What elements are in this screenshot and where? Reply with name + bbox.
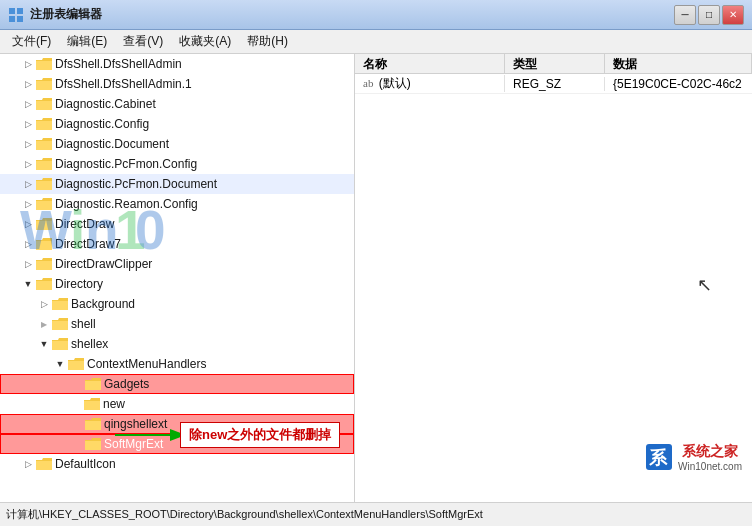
folder-icon bbox=[36, 257, 52, 271]
col-name: 名称 bbox=[355, 54, 505, 73]
tree-item-dfsshell2[interactable]: ▷ DfsShell.DfsShellAdmin.1 bbox=[0, 74, 354, 94]
tree-scroll[interactable]: ▷ DfsShell.DfsShellAdmin ▷ DfsShell.DfsS… bbox=[0, 54, 354, 502]
expand-icon bbox=[69, 436, 85, 452]
tree-item-label: Diagnostic.PcFmon.Document bbox=[55, 177, 217, 191]
expand-icon: ▼ bbox=[36, 336, 52, 352]
tree-item-label: DfsShell.DfsShellAdmin.1 bbox=[55, 77, 192, 91]
menu-favorites[interactable]: 收藏夹(A) bbox=[171, 31, 239, 52]
folder-icon bbox=[36, 197, 52, 211]
svg-rect-2 bbox=[9, 16, 15, 22]
expand-icon: ▷ bbox=[20, 456, 36, 472]
tree-item-directory[interactable]: ▼ Directory bbox=[0, 274, 354, 294]
folder-icon bbox=[36, 157, 52, 171]
tree-panel: ▷ DfsShell.DfsShellAdmin ▷ DfsShell.DfsS… bbox=[0, 54, 355, 502]
tree-item-diag4[interactable]: ▷ Diagnostic.PcFmon.Config bbox=[0, 154, 354, 174]
expand-icon bbox=[69, 376, 85, 392]
tree-item-directdraw1[interactable]: ▷ DirectDraw bbox=[0, 214, 354, 234]
folder-icon bbox=[52, 317, 68, 331]
menu-help[interactable]: 帮助(H) bbox=[239, 31, 296, 52]
tree-item-diag3[interactable]: ▷ Diagnostic.Document bbox=[0, 134, 354, 154]
tree-item-gadgets[interactable]: Gadgets bbox=[0, 374, 354, 394]
folder-icon bbox=[84, 397, 100, 411]
tree-item-label: new bbox=[103, 397, 125, 411]
tree-item-label: DfsShell.DfsShellAdmin bbox=[55, 57, 182, 71]
folder-icon bbox=[36, 217, 52, 231]
tree-item-defaulticon[interactable]: ▷ DefaultIcon bbox=[0, 454, 354, 474]
tree-item-label: shellex bbox=[71, 337, 108, 351]
tree-item-diag2[interactable]: ▷ Diagnostic.Config bbox=[0, 114, 354, 134]
status-bar: 计算机\HKEY_CLASSES_ROOT\Directory\Backgrou… bbox=[0, 502, 752, 526]
tree-item-label: Diagnostic.PcFmon.Config bbox=[55, 157, 197, 171]
folder-open-icon bbox=[36, 277, 52, 291]
tree-item-qingshellext[interactable]: qingshellext bbox=[0, 414, 354, 434]
tree-item-directdraw2[interactable]: ▷ DirectDraw7 bbox=[0, 234, 354, 254]
minimize-button[interactable]: ─ bbox=[674, 5, 696, 25]
tree-item-shell[interactable]: ▶ shell bbox=[0, 314, 354, 334]
tree-item-dfsshell1[interactable]: ▷ DfsShell.DfsShellAdmin bbox=[0, 54, 354, 74]
folder-icon bbox=[85, 377, 101, 391]
restore-button[interactable]: □ bbox=[698, 5, 720, 25]
expand-icon: ▷ bbox=[20, 96, 36, 112]
expand-icon: ▼ bbox=[52, 356, 68, 372]
tree-item-directdrawclipper[interactable]: ▷ DirectDrawClipper bbox=[0, 254, 354, 274]
folder-icon bbox=[36, 57, 52, 71]
folder-icon bbox=[36, 137, 52, 151]
tree-item-diag1[interactable]: ▷ Diagnostic.Cabinet bbox=[0, 94, 354, 114]
tree-item-diag5[interactable]: ▷ Diagnostic.PcFmon.Document bbox=[0, 174, 354, 194]
folder-open-icon bbox=[52, 337, 68, 351]
status-text: 计算机\HKEY_CLASSES_ROOT\Directory\Backgrou… bbox=[6, 507, 483, 522]
tree-item-new[interactable]: new bbox=[0, 394, 354, 414]
tree-item-label: SoftMgrExt bbox=[104, 437, 163, 451]
app-icon bbox=[8, 7, 24, 23]
folder-icon bbox=[36, 237, 52, 251]
tree-item-label: DirectDrawClipper bbox=[55, 257, 152, 271]
svg-rect-0 bbox=[9, 8, 15, 14]
expand-icon bbox=[68, 396, 84, 412]
cell-type: REG_SZ bbox=[505, 77, 605, 91]
main-content: ▷ DfsShell.DfsShellAdmin ▷ DfsShell.DfsS… bbox=[0, 54, 752, 502]
cell-name-text: (默认) bbox=[379, 76, 411, 90]
folder-icon bbox=[52, 297, 68, 311]
expand-icon bbox=[69, 416, 85, 432]
tree-item-label: Diagnostic.Config bbox=[55, 117, 149, 131]
expand-icon: ▷ bbox=[36, 296, 52, 312]
menu-view[interactable]: 查看(V) bbox=[115, 31, 171, 52]
expand-icon: ▷ bbox=[20, 196, 36, 212]
close-button[interactable]: ✕ bbox=[722, 5, 744, 25]
tree-item-label: Background bbox=[71, 297, 135, 311]
expand-icon: ▼ bbox=[20, 276, 36, 292]
menu-edit[interactable]: 编辑(E) bbox=[59, 31, 115, 52]
tree-item-label: Gadgets bbox=[104, 377, 149, 391]
folder-icon bbox=[36, 177, 52, 191]
svg-rect-1 bbox=[17, 8, 23, 14]
expand-icon: ▷ bbox=[20, 236, 36, 252]
tree-item-label: qingshellext bbox=[104, 417, 167, 431]
tree-item-label: Diagnostic.Cabinet bbox=[55, 97, 156, 111]
folder-icon bbox=[36, 117, 52, 131]
expand-icon: ▷ bbox=[20, 76, 36, 92]
tree-item-label: ContextMenuHandlers bbox=[87, 357, 206, 371]
folder-icon bbox=[85, 437, 101, 451]
table-row[interactable]: ab (默认) REG_SZ {5E19C0CE-C02C-46c2 bbox=[355, 74, 752, 94]
tree-item-background[interactable]: ▷ Background bbox=[0, 294, 354, 314]
expand-icon: ▷ bbox=[20, 216, 36, 232]
menu-file[interactable]: 文件(F) bbox=[4, 31, 59, 52]
mouse-cursor-indicator: ↖ bbox=[697, 274, 712, 296]
folder-icon bbox=[36, 77, 52, 91]
menu-bar: 文件(F) 编辑(E) 查看(V) 收藏夹(A) 帮助(H) bbox=[0, 30, 752, 54]
tree-item-diag6[interactable]: ▷ Diagnostic.Reamon.Config bbox=[0, 194, 354, 214]
folder-icon bbox=[36, 97, 52, 111]
tree-item-label: shell bbox=[71, 317, 96, 331]
tree-item-label: Directory bbox=[55, 277, 103, 291]
column-headers: 名称 类型 数据 bbox=[355, 54, 752, 74]
col-data: 数据 bbox=[605, 54, 752, 73]
svg-rect-3 bbox=[17, 16, 23, 22]
tree-item-label: Diagnostic.Document bbox=[55, 137, 169, 151]
right-panel: 名称 类型 数据 ab (默认) REG_SZ {5E19C0CE-C02C-4… bbox=[355, 54, 752, 502]
tree-item-softmgrext[interactable]: SoftMgrExt bbox=[0, 434, 354, 454]
tree-item-shellex[interactable]: ▼ shellex bbox=[0, 334, 354, 354]
expand-icon: ▷ bbox=[20, 256, 36, 272]
tree-item-label: Diagnostic.Reamon.Config bbox=[55, 197, 198, 211]
tree-item-contextmenuhandlers[interactable]: ▼ ContextMenuHandlers bbox=[0, 354, 354, 374]
col-type: 类型 bbox=[505, 54, 605, 73]
